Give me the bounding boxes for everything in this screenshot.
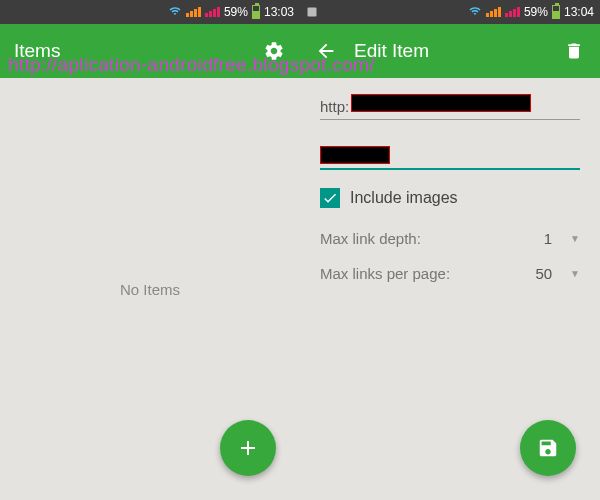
save-icon — [537, 437, 559, 459]
signal-icon-1 — [486, 7, 501, 17]
plus-icon — [236, 436, 260, 460]
trash-icon — [564, 41, 584, 61]
content-area: No Items — [0, 78, 300, 500]
status-bar: 59% 13:04 — [300, 0, 600, 24]
signal-icon-1 — [186, 7, 201, 17]
battery-icon — [552, 5, 560, 19]
max-link-depth-select[interactable]: Max link depth: 1 ▼ — [320, 230, 580, 247]
max-links-value: 50 — [535, 265, 552, 282]
add-item-fab[interactable] — [220, 420, 276, 476]
battery-icon — [252, 5, 260, 19]
page-title: Edit Item — [354, 40, 546, 62]
url-prefix-label: http: — [320, 98, 349, 115]
url-field[interactable]: http: — [320, 94, 580, 120]
form-area: http: Include images Max link depth: 1 ▼… — [300, 78, 600, 500]
clock: 13:04 — [564, 5, 594, 19]
redacted-name — [320, 146, 390, 164]
name-field[interactable] — [320, 142, 580, 170]
chevron-down-icon: ▼ — [570, 268, 580, 279]
signal-icon-2 — [205, 7, 220, 17]
svg-rect-0 — [308, 8, 317, 17]
wifi-icon — [168, 5, 182, 20]
battery-percent: 59% — [524, 5, 548, 19]
include-images-checkbox[interactable]: Include images — [320, 188, 580, 208]
clock: 13:03 — [264, 5, 294, 19]
battery-percent: 59% — [224, 5, 248, 19]
wifi-icon — [468, 5, 482, 20]
status-bar: 59% 13:03 — [0, 0, 300, 24]
save-fab[interactable] — [520, 420, 576, 476]
chevron-down-icon: ▼ — [570, 233, 580, 244]
app-icon — [306, 6, 318, 18]
max-links-label: Max links per page: — [320, 265, 535, 282]
signal-icon-2 — [505, 7, 520, 17]
empty-state-text: No Items — [120, 281, 180, 298]
redacted-url — [351, 94, 531, 112]
delete-button[interactable] — [562, 39, 586, 63]
checkbox-checked-icon — [320, 188, 340, 208]
max-links-per-page-select[interactable]: Max links per page: 50 ▼ — [320, 265, 580, 282]
watermark-text: http://aplication-androidfree.blogspot.c… — [8, 54, 375, 76]
include-images-label: Include images — [350, 189, 458, 207]
max-depth-value: 1 — [544, 230, 552, 247]
max-depth-label: Max link depth: — [320, 230, 544, 247]
